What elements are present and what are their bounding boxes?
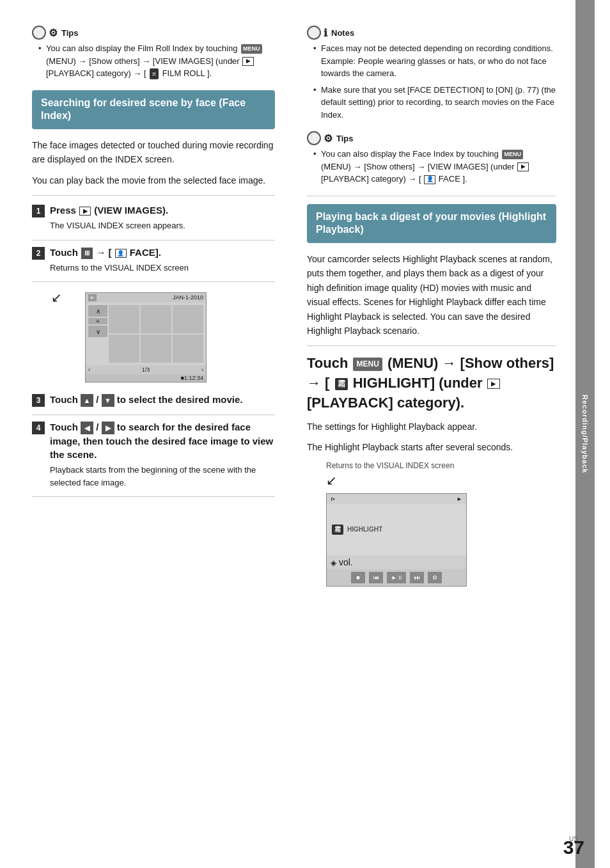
- step-2-face: FACE].: [130, 247, 161, 258]
- page-number: 37: [563, 837, 584, 858]
- step-2-content: Touch ⊞ → [ 👤 FACE]. Returns to the VISU…: [50, 246, 189, 274]
- right-btn: ▶: [102, 422, 114, 434]
- screen-date: JAN-1-2010: [173, 294, 203, 301]
- pb-icon-large: ▶: [487, 379, 500, 389]
- step-4-content: Touch ◀ / ▶ to search for the desired fa…: [50, 420, 275, 489]
- tips-item-1: You can also display the Film Roll Index…: [38, 42, 275, 80]
- tips-text-r1e: → [: [408, 174, 421, 184]
- notes-item-2: Make sure that you set [FACE DETECTION] …: [313, 84, 556, 122]
- tips-box-right: ⚙ Tips You can also display the Face Ind…: [307, 131, 556, 185]
- notes-box: ℹ Notes Faces may not be detected depend…: [307, 26, 556, 121]
- step-3-slash: /: [96, 394, 98, 405]
- step-2-sub: Returns to the VISUAL INDEX screen: [50, 262, 189, 274]
- face-icon: 👤: [115, 249, 127, 258]
- tips-text-1e: FILM ROLL: [162, 68, 205, 78]
- screen-mockup-1: ⊳ JAN-1-2010 ∧ ≡ ∨: [85, 292, 207, 383]
- page-container: ⚙ Tips You can also display the Film Rol…: [0, 0, 610, 868]
- up-btn: ▲: [81, 394, 93, 407]
- left-column: ⚙ Tips You can also display the Film Rol…: [0, 0, 294, 868]
- main-content: ⚙ Tips You can also display the Film Rol…: [0, 0, 610, 868]
- settings-btn: ⚙: [428, 572, 442, 583]
- notes-text-2: Make sure that you set [FACE DETECTION] …: [321, 85, 556, 120]
- down-btn: ▼: [102, 394, 114, 407]
- tips-text-r1g: ].: [462, 174, 467, 184]
- screen-page: 1/3: [142, 367, 150, 373]
- touch-word: Touch: [307, 355, 352, 371]
- tips-text-1d: category) → [: [97, 68, 146, 78]
- step-num-4: 4: [32, 422, 45, 434]
- hl-label: HIGHLIGHT: [347, 526, 382, 533]
- step-1: 1 Press ▶ (VIEW IMAGES). The VISUAL INDE…: [32, 203, 275, 241]
- tips-list-left: You can also display the Film Roll Index…: [32, 42, 275, 80]
- highlight-screen-top: ⊳ ►: [327, 494, 466, 504]
- notes-item-1: Faces may not be detected depending on r…: [313, 42, 556, 80]
- view-images-icon: ▶: [79, 207, 91, 216]
- step-num-1: 1: [32, 205, 45, 217]
- step-2: 2 Touch ⊞ → [ 👤 FACE]. Returns to the VI…: [32, 246, 275, 283]
- touch-menu-instruction: Touch MENU (MENU) → [Show others] → [ 霜 …: [307, 354, 556, 413]
- menu-button-icon: MENU: [241, 44, 262, 54]
- highlight-screen-mockup: ⊳ ► 霜 HIGHLIGHT ◈ vol. ■ ⏮ ► II ⏭ ⚙: [326, 493, 467, 587]
- divider-right-1: [307, 196, 556, 196]
- screen-left-btn: ‹: [88, 367, 90, 373]
- index-icon: ⊞: [81, 248, 93, 259]
- highlight-icon: 霜: [335, 378, 348, 390]
- highlight-screen-controls: ■ ⏮ ► II ⏭ ⚙: [327, 569, 466, 586]
- playpause-btn: ► II: [387, 572, 406, 583]
- tips-text-r1d: category): [371, 174, 406, 184]
- highlight-section-header: Playing back a digest of your movies (Hi…: [307, 204, 556, 244]
- tips-icon-left: ⚙ Tips: [32, 26, 275, 40]
- step-4: 4 Touch ◀ / ▶ to search for the desired …: [32, 420, 275, 497]
- playback-icon-r: ▶: [517, 162, 529, 171]
- step-3-rest: to select the desired movie.: [117, 394, 243, 405]
- tips-text-1a: You can also display the Film Roll Index…: [46, 43, 237, 53]
- vol-label: vol.: [339, 557, 353, 567]
- tips-title-right: Tips: [336, 134, 354, 143]
- tips-text-r1c: [PLAYBACK]: [321, 174, 369, 184]
- playback-icon-1: ▶: [242, 57, 254, 66]
- menu-btn-highlight: MENU: [353, 358, 382, 371]
- prev-btn: ⏮: [369, 572, 383, 583]
- highlight-screen-vol: ◈ vol.: [327, 555, 466, 569]
- step-2-touch: Touch: [50, 247, 81, 258]
- tips-text-r1b: (MENU) → [Show others] → [VIEW IMAGES] (…: [321, 162, 515, 171]
- step-2-arrow: → [: [96, 247, 111, 258]
- face-index-header-text: Searching for desired scene by face (Fac…: [41, 97, 246, 122]
- tips-text-1c: [PLAYBACK]: [46, 68, 94, 78]
- step-num-2: 2: [32, 247, 45, 260]
- left-btn: ◀: [81, 422, 93, 434]
- tips-text-r1a: You can also display the Face Index by t…: [321, 149, 499, 159]
- pb-cat: [PLAYBACK] category).: [307, 395, 464, 411]
- filmroll-icon: ≡: [150, 68, 159, 79]
- step-4-touch: Touch: [50, 422, 81, 432]
- step-1-content: Press ▶ (VIEW IMAGES). The VISUAL INDEX …: [50, 203, 185, 232]
- after-desc-2: The Highlight Playback starts after seve…: [307, 440, 556, 454]
- screen-right-btn: ›: [201, 367, 203, 373]
- notes-list: Faces may not be detected depending on r…: [307, 42, 556, 121]
- step-3: 3 Touch ▲ / ▼ to select the desired movi…: [32, 393, 275, 415]
- screen-back-btn: ⊳: [88, 294, 97, 301]
- info-icon: ℹ: [324, 27, 327, 39]
- notes-text-1: Faces may not be detected depending on r…: [321, 43, 553, 78]
- step-1-sub: The VISUAL INDEX screen appears.: [50, 219, 185, 232]
- face-index-desc1: The face images detected or touched duri…: [32, 138, 275, 167]
- next-btn: ⏭: [410, 572, 424, 583]
- gear-icon: ⚙: [49, 27, 58, 39]
- notes-icon: ℹ Notes: [307, 26, 556, 40]
- hl-back-btn: ⊳: [331, 496, 336, 502]
- step-num-3: 3: [32, 394, 45, 407]
- divider-1: [32, 195, 275, 196]
- notes-title: Notes: [331, 28, 354, 38]
- arrow-icon-2: ↙: [326, 473, 556, 488]
- highlight-desc: Your camcorder selects Highlight Playbac…: [307, 252, 556, 338]
- highlight-screen-main: 霜 HIGHLIGHT: [327, 504, 466, 555]
- divider-right-2: [307, 345, 556, 346]
- tips-text-1f: ].: [207, 68, 212, 78]
- screen-inner: ∧ ≡ ∨: [86, 303, 206, 365]
- face-icon-r: 👤: [424, 175, 435, 184]
- step-4-sub: Playback starts from the beginning of th…: [50, 464, 275, 489]
- gear-icon-right: ⚙: [324, 132, 332, 145]
- step-1-press: Press: [50, 205, 79, 216]
- side-tab: Recording/Playback: [575, 0, 595, 868]
- right-column: ℹ Notes Faces may not be detected depend…: [294, 0, 575, 868]
